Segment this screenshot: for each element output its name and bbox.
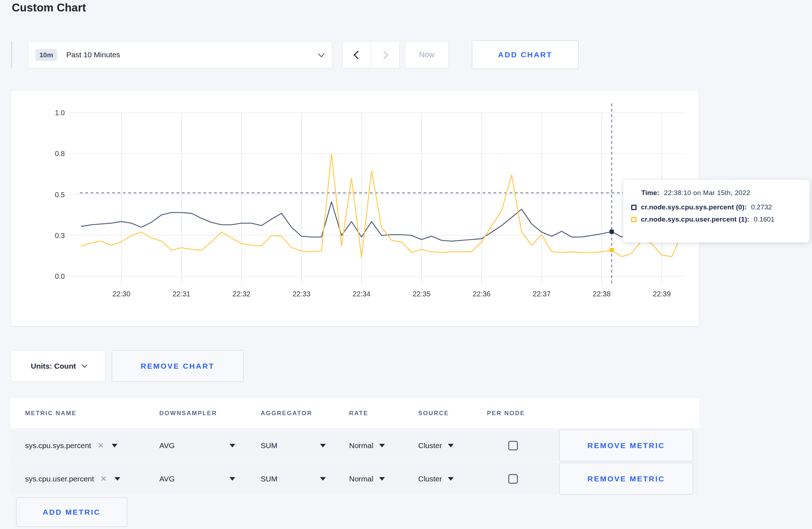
- x-axis-label: 22:34: [353, 290, 371, 298]
- remove-chart-button[interactable]: REMOVE CHART: [112, 350, 243, 382]
- y-axis-label: 0.3: [55, 232, 65, 239]
- next-time-button[interactable]: [371, 42, 400, 68]
- y-axis-label: 0.8: [55, 150, 65, 157]
- chevron-down-icon: [318, 50, 324, 57]
- aggregator-select[interactable]: SUM: [261, 441, 326, 450]
- toolbar-divider: [11, 41, 12, 68]
- sys-series-swatch-icon: [631, 205, 637, 210]
- prev-time-button[interactable]: [343, 42, 371, 68]
- x-axis-label: 22:36: [473, 290, 490, 298]
- chart-card: 0.00.30.50.81.022:3022:3122:3222:3322:34…: [11, 90, 699, 326]
- dropdown-caret-icon: [320, 477, 326, 481]
- source-select[interactable]: Cluster: [418, 475, 487, 483]
- col-header-per-node: PER NODE: [487, 410, 548, 417]
- tooltip-series-row: cr.node.sys.cpu.sys.percent (0): 0.2732: [631, 203, 800, 211]
- metrics-table-header: METRIC NAME DOWNSAMPLER AGGREGATOR RATE …: [11, 398, 699, 428]
- tooltip-series-value: 0.1601: [754, 215, 774, 223]
- tooltip-series-row: cr.node.sys.cpu.user.percent (1): 0.1601: [631, 215, 800, 223]
- now-button[interactable]: Now: [405, 41, 449, 68]
- clear-metric-icon[interactable]: ✕: [101, 475, 107, 483]
- rate-select[interactable]: Normal: [349, 441, 418, 450]
- chevron-right-icon: [380, 50, 388, 59]
- units-select[interactable]: Units: Count: [11, 350, 106, 382]
- metric-name-select[interactable]: sys.cpu.user.percent ✕: [25, 475, 159, 483]
- downsampler-select[interactable]: AVG: [159, 475, 235, 483]
- series-line-user: [81, 154, 682, 257]
- tooltip-series-label: cr.node.sys.cpu.sys.percent (0):: [641, 203, 747, 211]
- y-axis-label: 0.0: [55, 272, 65, 280]
- downsampler-select[interactable]: AVG: [159, 441, 235, 450]
- per-node-checkbox[interactable]: [508, 441, 518, 450]
- dropdown-caret-icon: [448, 477, 454, 481]
- x-axis-label: 22:39: [653, 290, 671, 298]
- custom-chart-page: Custom Chart 10m Past 10 Minutes Now ADD…: [0, 0, 812, 529]
- rate-select[interactable]: Normal: [349, 475, 418, 483]
- dropdown-caret-icon: [448, 444, 454, 447]
- dropdown-caret-icon: [229, 444, 235, 447]
- chart-tooltip: Time: 22:38:10 on Mar 15th, 2022 cr.node…: [623, 179, 810, 243]
- tooltip-time-row: Time: 22:38:10 on Mar 15th, 2022: [641, 189, 800, 197]
- dropdown-caret-icon: [379, 477, 385, 481]
- dropdown-caret-icon: [229, 477, 235, 481]
- page-title: Custom Chart: [12, 1, 86, 14]
- metric-name-select[interactable]: sys.cpu.sys.percent ✕: [25, 441, 159, 450]
- chevron-down-icon: [82, 362, 88, 368]
- clear-metric-icon[interactable]: ✕: [97, 441, 104, 450]
- remove-metric-button[interactable]: REMOVE METRIC: [559, 463, 693, 495]
- y-axis-label: 0.5: [55, 191, 65, 199]
- y-axis-label: 1.0: [55, 109, 65, 117]
- tooltip-series-label: cr.node.sys.cpu.user.percent (1):: [641, 215, 749, 223]
- time-range-badge: 10m: [35, 49, 57, 61]
- tooltip-time-label: Time:: [641, 189, 659, 197]
- per-node-checkbox[interactable]: [508, 474, 518, 484]
- time-range-select[interactable]: 10m Past 10 Minutes: [28, 41, 332, 68]
- col-header-rate: RATE: [349, 410, 418, 417]
- metric-row: sys.cpu.sys.percent ✕ AVG SUM Normal Clu…: [11, 429, 699, 461]
- tooltip-time-value: 22:38:10 on Mar 15th, 2022: [664, 189, 750, 197]
- time-series-chart[interactable]: 0.00.30.50.81.022:3022:3122:3222:3322:34…: [11, 91, 700, 327]
- col-header-downsampler: DOWNSAMPLER: [159, 410, 261, 417]
- metric-row: sys.cpu.user.percent ✕ AVG SUM Normal Cl…: [11, 463, 699, 495]
- col-header-source: SOURCE: [418, 410, 487, 417]
- dropdown-caret-icon: [379, 444, 385, 447]
- aggregator-select[interactable]: SUM: [261, 475, 326, 483]
- x-axis-label: 22:38: [593, 290, 611, 298]
- col-header-metric-name: METRIC NAME: [25, 410, 159, 417]
- dropdown-caret-icon: [112, 444, 117, 447]
- dropdown-caret-icon: [320, 444, 326, 447]
- dropdown-caret-icon: [115, 477, 120, 481]
- chevron-left-icon: [353, 50, 362, 59]
- add-chart-button[interactable]: ADD CHART: [472, 40, 579, 69]
- hover-marker-user: [610, 248, 614, 252]
- user-series-swatch-icon: [631, 217, 637, 222]
- time-window-pager: [342, 41, 400, 68]
- x-axis-label: 22:37: [533, 290, 551, 298]
- x-axis-label: 22:31: [173, 290, 190, 298]
- metrics-table: METRIC NAME DOWNSAMPLER AGGREGATOR RATE …: [11, 398, 699, 495]
- add-metric-button[interactable]: ADD METRIC: [16, 498, 127, 527]
- time-range-label: Past 10 Minutes: [66, 50, 120, 59]
- tooltip-series-value: 0.2732: [751, 203, 772, 211]
- x-axis-label: 22:30: [112, 290, 130, 298]
- remove-metric-button[interactable]: REMOVE METRIC: [559, 429, 693, 461]
- x-axis-label: 22:35: [412, 290, 430, 298]
- x-axis-label: 22:33: [293, 290, 310, 298]
- x-axis-label: 22:32: [232, 290, 250, 298]
- col-header-aggregator: AGGREGATOR: [261, 410, 349, 417]
- hover-marker-sys: [610, 229, 614, 234]
- source-select[interactable]: Cluster: [418, 441, 487, 450]
